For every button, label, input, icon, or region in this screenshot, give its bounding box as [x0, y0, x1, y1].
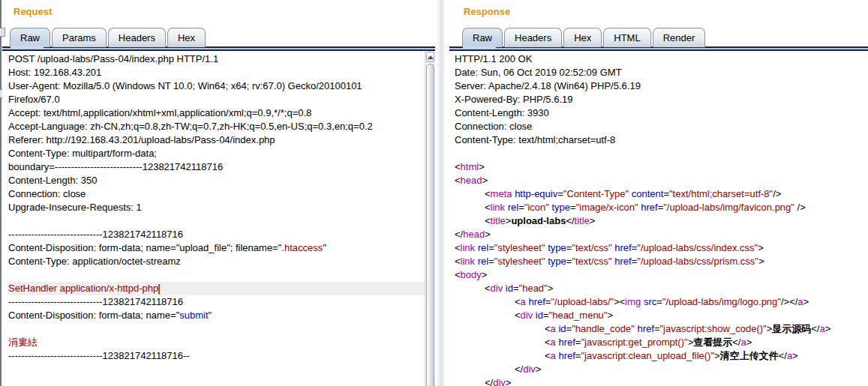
request-tab-hex[interactable]: Hex [167, 28, 206, 47]
request-tab-bar: Raw Params Headers Hex [10, 28, 207, 47]
burp-message-editor: Request Raw Params Headers Hex POST /upl… [0, 0, 868, 386]
request-title: Request [14, 6, 52, 17]
response-selected-tab-notch [463, 46, 496, 49]
scroll-up-button[interactable] [426, 52, 434, 62]
request-tab-headers[interactable]: Headers [108, 28, 166, 47]
response-editor[interactable]: HTTP/1.1 200 OKDate: Sun, 06 Oct 2019 02… [449, 51, 868, 386]
request-tab-params[interactable]: Params [52, 28, 107, 47]
scrollbar-thumb[interactable] [426, 64, 434, 386]
panel-splitter[interactable] [437, 0, 445, 386]
up-arrow-icon [428, 55, 434, 59]
response-title: Response [464, 6, 510, 17]
response-tab-hex[interactable]: Hex [563, 28, 602, 47]
request-editor[interactable]: POST /upload-labs/Pass-04/index.php HTTP… [2, 51, 435, 386]
response-tab-headers[interactable]: Headers [504, 28, 562, 47]
request-selected-tab-notch [11, 46, 44, 49]
response-body[interactable]: HTTP/1.1 200 OKDate: Sun, 06 Oct 2019 02… [449, 51, 868, 386]
cropped-container-edge [0, 0, 2, 386]
response-tab-raw[interactable]: Raw [462, 28, 503, 47]
request-panel: Request Raw Params Headers Hex POST /upl… [2, 0, 435, 386]
response-panel: Response Raw Headers Hex HTML Render HTT… [449, 0, 868, 386]
request-vertical-scrollbar[interactable] [425, 51, 435, 386]
response-tab-bar: Raw Headers Hex HTML Render [462, 28, 707, 47]
request-body[interactable]: POST /upload-labs/Pass-04/index.php HTTP… [2, 51, 435, 386]
text-cursor [158, 284, 160, 295]
request-tab-raw[interactable]: Raw [10, 28, 50, 47]
response-tab-render[interactable]: Render [653, 28, 706, 47]
response-tab-html[interactable]: HTML [603, 28, 650, 47]
